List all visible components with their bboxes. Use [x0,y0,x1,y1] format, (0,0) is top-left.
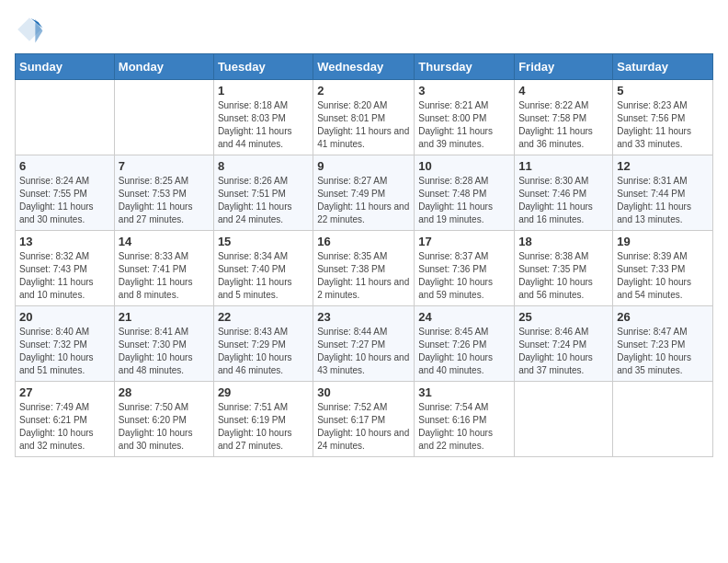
day-detail: Sunrise: 8:45 AM Sunset: 7:26 PM Dayligh… [418,326,510,377]
day-detail: Sunrise: 8:30 AM Sunset: 7:46 PM Dayligh… [518,175,609,226]
day-header-monday: Monday [114,54,213,80]
day-detail: Sunrise: 8:33 AM Sunset: 7:41 PM Dayligh… [119,250,210,302]
day-detail: Sunrise: 8:23 AM Sunset: 7:56 PM Dayligh… [617,99,709,151]
calendar-cell: 19Sunrise: 8:39 AM Sunset: 7:33 PM Dayli… [613,231,713,306]
day-detail: Sunrise: 7:51 AM Sunset: 6:19 PM Dayligh… [218,401,309,453]
calendar-cell: 12Sunrise: 8:31 AM Sunset: 7:44 PM Dayli… [613,155,713,231]
week-row-2: 6Sunrise: 8:24 AM Sunset: 7:55 PM Daylig… [16,155,713,231]
day-number: 25 [518,310,609,324]
day-detail: Sunrise: 8:46 AM Sunset: 7:24 PM Dayligh… [518,326,609,377]
calendar-cell: 27Sunrise: 7:49 AM Sunset: 6:21 PM Dayli… [16,382,115,457]
day-detail: Sunrise: 8:40 AM Sunset: 7:32 PM Dayligh… [19,326,110,377]
day-number: 27 [19,385,110,399]
calendar-cell: 2Sunrise: 8:20 AM Sunset: 8:01 PM Daylig… [313,80,415,155]
calendar-cell: 10Sunrise: 8:28 AM Sunset: 7:48 PM Dayli… [415,155,515,231]
calendar-cell: 4Sunrise: 8:22 AM Sunset: 7:58 PM Daylig… [515,80,613,155]
day-number: 2 [317,84,410,98]
day-detail: Sunrise: 8:27 AM Sunset: 7:49 PM Dayligh… [317,175,410,226]
day-header-tuesday: Tuesday [213,54,313,80]
day-detail: Sunrise: 8:24 AM Sunset: 7:55 PM Dayligh… [19,175,110,226]
day-number: 5 [617,84,709,98]
day-detail: Sunrise: 8:22 AM Sunset: 7:58 PM Dayligh… [518,99,609,151]
calendar-cell: 17Sunrise: 8:37 AM Sunset: 7:36 PM Dayli… [415,231,515,306]
calendar-cell: 29Sunrise: 7:51 AM Sunset: 6:19 PM Dayli… [213,382,313,457]
day-detail: Sunrise: 8:20 AM Sunset: 8:01 PM Dayligh… [317,99,410,151]
week-row-3: 13Sunrise: 8:32 AM Sunset: 7:43 PM Dayli… [16,231,713,306]
day-detail: Sunrise: 8:37 AM Sunset: 7:36 PM Dayligh… [418,250,510,302]
day-detail: Sunrise: 8:21 AM Sunset: 8:00 PM Dayligh… [418,99,510,151]
day-detail: Sunrise: 8:26 AM Sunset: 7:51 PM Dayligh… [218,175,309,226]
calendar-cell: 25Sunrise: 8:46 AM Sunset: 7:24 PM Dayli… [515,306,613,382]
day-header-thursday: Thursday [415,54,515,80]
day-header-saturday: Saturday [613,54,713,80]
calendar-cell: 15Sunrise: 8:34 AM Sunset: 7:40 PM Dayli… [213,231,313,306]
day-number: 15 [218,235,309,248]
day-number: 17 [418,235,510,248]
day-number: 29 [218,385,309,399]
calendar-cell: 9Sunrise: 8:27 AM Sunset: 7:49 PM Daylig… [313,155,415,231]
calendar-cell: 6Sunrise: 8:24 AM Sunset: 7:55 PM Daylig… [16,155,115,231]
day-header-sunday: Sunday [16,54,115,80]
day-number: 11 [518,159,609,173]
day-detail: Sunrise: 8:25 AM Sunset: 7:53 PM Dayligh… [119,175,210,226]
day-number: 8 [218,159,309,173]
day-detail: Sunrise: 8:31 AM Sunset: 7:44 PM Dayligh… [617,175,709,226]
day-number: 6 [19,159,110,173]
calendar-table: SundayMondayTuesdayWednesdayThursdayFrid… [15,53,713,457]
calendar-cell: 23Sunrise: 8:44 AM Sunset: 7:27 PM Dayli… [313,306,415,382]
calendar-cell: 18Sunrise: 8:38 AM Sunset: 7:35 PM Dayli… [515,231,613,306]
calendar-cell: 28Sunrise: 7:50 AM Sunset: 6:20 PM Dayli… [114,382,213,457]
day-number: 10 [418,159,510,173]
day-detail: Sunrise: 8:39 AM Sunset: 7:33 PM Dayligh… [617,250,709,302]
week-row-5: 27Sunrise: 7:49 AM Sunset: 6:21 PM Dayli… [16,382,713,457]
day-number: 24 [418,310,510,324]
header-row: SundayMondayTuesdayWednesdayThursdayFrid… [16,54,713,80]
day-detail: Sunrise: 8:41 AM Sunset: 7:30 PM Dayligh… [119,326,210,377]
calendar-cell: 3Sunrise: 8:21 AM Sunset: 8:00 PM Daylig… [415,80,515,155]
day-number: 18 [518,235,609,248]
day-number: 9 [317,159,410,173]
day-number: 26 [617,310,709,324]
day-number: 23 [317,310,410,324]
day-detail: Sunrise: 7:52 AM Sunset: 6:17 PM Dayligh… [317,401,410,453]
day-detail: Sunrise: 7:49 AM Sunset: 6:21 PM Dayligh… [19,401,110,453]
calendar-cell: 21Sunrise: 8:41 AM Sunset: 7:30 PM Dayli… [114,306,213,382]
day-number: 4 [518,84,609,98]
calendar-cell [16,80,115,155]
day-number: 14 [119,235,210,248]
day-detail: Sunrise: 7:50 AM Sunset: 6:20 PM Dayligh… [119,401,210,453]
day-number: 3 [418,84,510,98]
header [15,15,713,44]
day-detail: Sunrise: 8:28 AM Sunset: 7:48 PM Dayligh… [418,175,510,226]
logo [15,15,48,44]
calendar-cell [613,382,713,457]
day-number: 13 [19,235,110,248]
calendar-cell: 30Sunrise: 7:52 AM Sunset: 6:17 PM Dayli… [313,382,415,457]
day-detail: Sunrise: 8:38 AM Sunset: 7:35 PM Dayligh… [518,250,609,302]
calendar-cell: 8Sunrise: 8:26 AM Sunset: 7:51 PM Daylig… [213,155,313,231]
day-header-wednesday: Wednesday [313,54,415,80]
day-detail: Sunrise: 8:47 AM Sunset: 7:23 PM Dayligh… [617,326,709,377]
day-detail: Sunrise: 8:44 AM Sunset: 7:27 PM Dayligh… [317,326,410,377]
calendar-cell: 5Sunrise: 8:23 AM Sunset: 7:56 PM Daylig… [613,80,713,155]
day-number: 7 [119,159,210,173]
logo-icon [15,15,44,44]
day-detail: Sunrise: 8:34 AM Sunset: 7:40 PM Dayligh… [218,250,309,302]
day-detail: Sunrise: 8:43 AM Sunset: 7:29 PM Dayligh… [218,326,309,377]
calendar-cell: 22Sunrise: 8:43 AM Sunset: 7:29 PM Dayli… [213,306,313,382]
day-number: 22 [218,310,309,324]
day-number: 1 [218,84,309,98]
day-number: 16 [317,235,410,248]
day-detail: Sunrise: 8:18 AM Sunset: 8:03 PM Dayligh… [218,99,309,151]
week-row-1: 1Sunrise: 8:18 AM Sunset: 8:03 PM Daylig… [16,80,713,155]
calendar-cell: 16Sunrise: 8:35 AM Sunset: 7:38 PM Dayli… [313,231,415,306]
day-detail: Sunrise: 8:35 AM Sunset: 7:38 PM Dayligh… [317,250,410,302]
day-number: 19 [617,235,709,248]
day-number: 21 [119,310,210,324]
calendar-cell: 1Sunrise: 8:18 AM Sunset: 8:03 PM Daylig… [213,80,313,155]
day-number: 20 [19,310,110,324]
calendar-cell [515,382,613,457]
day-number: 30 [317,385,410,399]
calendar-cell: 31Sunrise: 7:54 AM Sunset: 6:16 PM Dayli… [415,382,515,457]
calendar-cell: 13Sunrise: 8:32 AM Sunset: 7:43 PM Dayli… [16,231,115,306]
